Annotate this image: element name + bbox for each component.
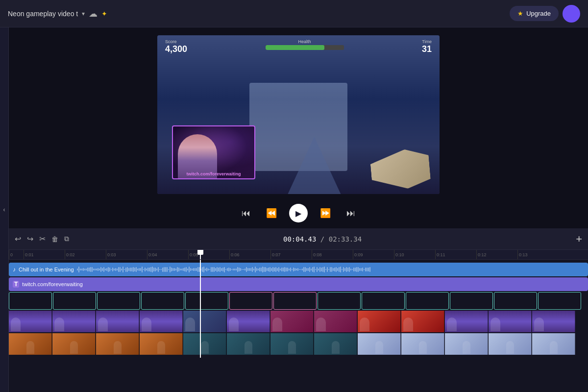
video-thumb-1-13[interactable] — [532, 311, 575, 332]
playback-controls: ⏮ ⏪ ▶ ⏩ ⏭ — [9, 198, 588, 228]
ruler-mark-8: 0:08 — [312, 250, 353, 260]
webcam-clip-11[interactable] — [450, 292, 493, 310]
video-thumb-2-5[interactable] — [183, 333, 226, 355]
video-thumb-1-1[interactable] — [9, 311, 52, 332]
main-area: ‹ Score 4,300 Health — [0, 27, 588, 392]
ruler-mark-2: 0:02 — [65, 250, 106, 260]
ruler-mark-4: 0:04 — [147, 250, 188, 260]
video-thumb-2-7[interactable] — [270, 333, 314, 355]
webcam-clip-4[interactable] — [141, 292, 184, 310]
hud-score: Score 4,300 — [165, 39, 187, 54]
video-thumb-2-10[interactable] — [401, 333, 444, 355]
ruler-mark-0: 0 — [9, 250, 24, 260]
sparkle-icon: ✦ — [101, 10, 107, 18]
video-thumb-1-3[interactable] — [96, 311, 139, 332]
video-thumb-1-4[interactable] — [140, 311, 183, 332]
timeline-ruler[interactable]: 0 0:01 0:02 0:03 0:04 0:05 0:06 0:07 0:0… — [9, 250, 588, 260]
webcam-clip-8[interactable] — [318, 292, 361, 310]
webcam-clip-3[interactable] — [97, 292, 140, 310]
current-time: 00:04.43 — [283, 235, 316, 243]
undo-button[interactable]: ↩ — [15, 234, 21, 244]
skip-to-start-button[interactable]: ⏮ — [238, 205, 254, 221]
ruler-mark-11: 0:11 — [435, 250, 476, 260]
time-label: Time — [422, 39, 432, 44]
video-track-1 — [9, 311, 588, 332]
video-thumb-1-6[interactable] — [227, 311, 270, 332]
health-bar-container — [266, 45, 344, 50]
video-container: Score 4,300 Health Time 31 — [157, 35, 440, 194]
video-thumb-2-8[interactable] — [314, 333, 357, 355]
video-thumb-1-8[interactable] — [314, 311, 357, 332]
tracks-wrapper: ♪ Chill out in the Evening // Generate w… — [9, 260, 588, 358]
video-thumb-2-1[interactable] — [9, 333, 52, 355]
webcam-clip-13[interactable] — [538, 292, 581, 310]
video-thumb-1-5[interactable] — [183, 311, 226, 332]
redo-button[interactable]: ↪ — [27, 234, 33, 244]
duplicate-button[interactable]: ⧉ — [64, 235, 69, 243]
time-display: 00:04.43 / 02:33.34 — [75, 235, 570, 243]
upgrade-label: Upgrade — [526, 10, 551, 17]
video-thumb-2-6[interactable] — [227, 333, 270, 355]
delete-button[interactable]: 🗑 — [51, 235, 58, 243]
video-thumb-2-9[interactable] — [358, 333, 401, 355]
webcam-overlay: twitch.com/foreverwaiting — [172, 125, 255, 179]
left-sidebar-toggle[interactable]: ‹ — [0, 27, 9, 392]
score-value: 4,300 — [165, 44, 187, 54]
upgrade-button[interactable]: ★ Upgrade — [510, 6, 559, 21]
webcam-clip-12[interactable] — [494, 292, 537, 310]
audio-waveform: // Generate waveform bars inline - will … — [77, 266, 588, 273]
ruler-mark-13: 0:13 — [517, 250, 559, 260]
webcam-clip-5[interactable] — [185, 292, 228, 310]
webcam-clip-6[interactable] — [229, 292, 272, 310]
playhead-handle[interactable] — [197, 250, 203, 255]
video-thumb-2-4[interactable] — [140, 333, 183, 355]
webcam-clip-7[interactable] — [273, 292, 317, 310]
cut-button[interactable]: ✂ — [39, 234, 46, 244]
play-button[interactable]: ▶ — [289, 204, 308, 222]
header: Neon gameplay video t ▾ ☁ ✦ ★ Upgrade — [0, 0, 588, 27]
rewind-button[interactable]: ⏪ — [264, 205, 279, 221]
video-thumb-2-11[interactable] — [445, 333, 488, 355]
ruler-mark-9: 0:09 — [353, 250, 394, 260]
ruler-mark-10: 0:10 — [394, 250, 435, 260]
video-thumb-2-13[interactable] — [532, 333, 575, 355]
ruler-mark-6: 0:06 — [229, 250, 270, 260]
webcam-clip-10[interactable] — [406, 292, 449, 310]
profile-button[interactable] — [563, 5, 580, 23]
video-thumb-2-12[interactable] — [489, 333, 532, 355]
text-track[interactable]: T twitch.com/foreverwaiting — [9, 277, 588, 291]
webcam-clip-1[interactable] — [9, 292, 52, 310]
total-time: 02:33.34 — [329, 235, 362, 243]
fast-forward-button[interactable]: ⏩ — [318, 205, 333, 221]
sidebar-arrow-icon: ‹ — [3, 206, 5, 213]
score-label: Score — [165, 39, 187, 44]
video-thumb-1-2[interactable] — [52, 311, 96, 332]
ruler-mark-1: 0:01 — [24, 250, 65, 260]
ruler-mark-3: 0:03 — [106, 250, 147, 260]
audio-track[interactable]: ♪ Chill out in the Evening // Generate w… — [9, 263, 588, 276]
video-thumb-1-7[interactable] — [270, 311, 314, 332]
video-thumb-2-2[interactable] — [52, 333, 96, 355]
video-thumb-1-9[interactable] — [358, 311, 401, 332]
game-hud: Score 4,300 Health Time 31 — [157, 35, 440, 58]
ruler-mark-12: 0:12 — [476, 250, 517, 260]
timeline-area: ↩ ↪ ✂ 🗑 ⧉ 00:04.43 / 02:33.34 + 0 — [9, 228, 588, 392]
text-track-icon: T — [13, 281, 19, 288]
webcam-clip-9[interactable] — [362, 292, 405, 310]
add-media-button[interactable]: + — [576, 233, 582, 245]
audio-icon: ♪ — [13, 266, 16, 273]
webcam-clip-2[interactable] — [53, 292, 96, 310]
dropdown-icon[interactable]: ▾ — [82, 10, 85, 17]
hud-time: Time 31 — [422, 39, 432, 54]
video-thumb-1-12[interactable] — [489, 311, 532, 332]
video-thumb-1-11[interactable] — [445, 311, 488, 332]
webcam-clips-track — [9, 292, 588, 310]
cloud-icon: ☁ — [89, 8, 98, 19]
header-left: Neon gameplay video t ▾ ☁ ✦ — [8, 8, 107, 19]
video-thumb-1-10[interactable] — [401, 311, 444, 332]
audio-track-label: Chill out in the Evening — [19, 267, 74, 272]
video-thumb-2-3[interactable] — [96, 333, 139, 355]
health-bar-fill — [266, 45, 324, 50]
skip-to-end-button[interactable]: ⏭ — [343, 205, 359, 221]
hud-health: Health — [187, 39, 422, 50]
